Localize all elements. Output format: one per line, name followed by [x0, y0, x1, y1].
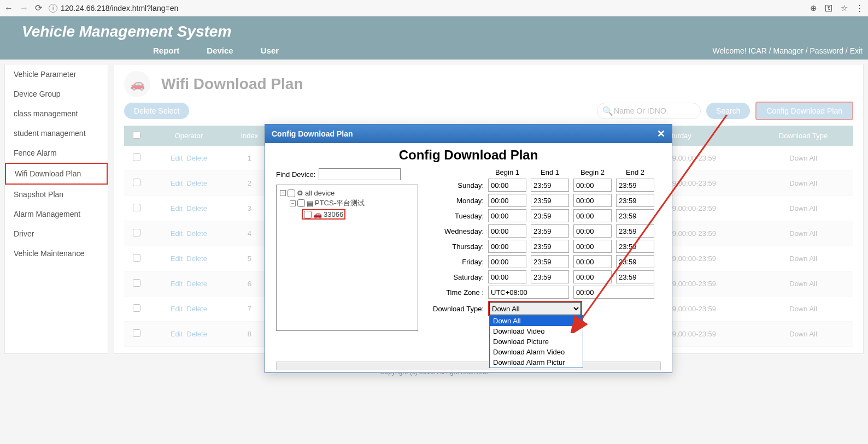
end2-input[interactable]: [616, 255, 654, 268]
begin1-input[interactable]: [488, 255, 526, 268]
begin2-input[interactable]: [573, 209, 612, 222]
row-checkbox[interactable]: [133, 153, 140, 161]
delete-link[interactable]: Delete: [186, 154, 207, 162]
begin2-input[interactable]: [573, 179, 612, 192]
address-bar[interactable]: i 120.24.66.218/index.html?lang=en: [49, 4, 804, 13]
edit-link[interactable]: Edit: [171, 280, 183, 288]
tree-checkbox[interactable]: [288, 190, 295, 197]
begin1-input[interactable]: [488, 240, 526, 253]
menu-icon[interactable]: ⋮: [855, 3, 864, 13]
edit-link[interactable]: Edit: [171, 154, 183, 162]
begin2-input[interactable]: [573, 194, 612, 207]
end2-input[interactable]: [616, 179, 654, 192]
edit-link[interactable]: Edit: [171, 305, 183, 313]
tree-checkbox[interactable]: [297, 199, 305, 207]
nav-report[interactable]: Report: [153, 46, 179, 55]
delete-link[interactable]: Delete: [186, 204, 207, 212]
row-checkbox[interactable]: [133, 329, 140, 337]
nav-device[interactable]: Device: [207, 46, 233, 55]
begin1-input[interactable]: [488, 224, 526, 238]
end1-input[interactable]: [531, 179, 569, 192]
end1-input[interactable]: [531, 194, 569, 207]
sidebar-item-student-management[interactable]: student management: [5, 123, 108, 143]
end2-input[interactable]: [616, 209, 654, 222]
dropdown-option[interactable]: Download Video: [490, 326, 583, 336]
user-name[interactable]: ICAR: [748, 46, 766, 55]
end2-input[interactable]: [616, 270, 654, 283]
dropdown-option[interactable]: Down All: [490, 316, 583, 326]
back-button[interactable]: ←: [4, 3, 13, 13]
password-link[interactable]: Password: [810, 46, 843, 55]
row-checkbox[interactable]: [133, 229, 140, 236]
dropdown-option[interactable]: Download Alarm Pictur: [490, 357, 583, 368]
sidebar-item-vehicle-parameter[interactable]: Vehicle Parameter: [5, 64, 108, 84]
collapse-icon[interactable]: −: [290, 200, 296, 206]
zoom-icon[interactable]: ⊕: [810, 3, 817, 13]
forward-button[interactable]: →: [20, 3, 28, 13]
row-checkbox[interactable]: [133, 279, 140, 287]
edit-link[interactable]: Edit: [171, 330, 183, 338]
edit-link[interactable]: Edit: [171, 204, 183, 212]
sidebar-item-vehicle-maintenance[interactable]: Vehicle Maintenance: [5, 244, 108, 263]
end1-input[interactable]: [531, 224, 569, 238]
begin1-input[interactable]: [488, 270, 526, 283]
begin2-input[interactable]: [573, 270, 612, 283]
edit-link[interactable]: Edit: [171, 179, 183, 187]
key-icon[interactable]: ⚿: [825, 3, 833, 13]
horizontal-scrollbar[interactable]: [276, 362, 661, 370]
begin2-input[interactable]: [573, 240, 612, 253]
reload-button[interactable]: ⟳: [35, 3, 42, 13]
timezone-input[interactable]: [488, 286, 569, 299]
end1-input[interactable]: [531, 240, 569, 253]
end1-input[interactable]: [531, 270, 569, 283]
close-icon[interactable]: ✕: [657, 128, 665, 140]
config-download-plan-button[interactable]: Config Download Plan: [755, 102, 853, 120]
sidebar-item-alarm-management[interactable]: Alarm Management: [5, 204, 108, 224]
sidebar-item-class-management[interactable]: class management: [5, 104, 108, 123]
timezone-offset-input[interactable]: [573, 286, 654, 299]
dropdown-option[interactable]: Download Picture: [490, 336, 583, 347]
nav-user[interactable]: User: [261, 46, 279, 55]
end1-input[interactable]: [531, 209, 569, 222]
user-role[interactable]: Manager: [773, 46, 804, 55]
tree-checkbox[interactable]: [304, 211, 312, 218]
delete-select-button[interactable]: Delete Select: [124, 103, 189, 119]
tree-leaf[interactable]: 33066: [324, 210, 343, 218]
end1-input[interactable]: [531, 255, 569, 268]
sidebar-item-device-group[interactable]: Device Group: [5, 84, 108, 104]
star-icon[interactable]: ☆: [841, 3, 848, 13]
delete-link[interactable]: Delete: [186, 280, 207, 288]
sidebar-item-driver[interactable]: Driver: [5, 224, 108, 244]
select-all-checkbox[interactable]: [133, 131, 140, 139]
begin1-input[interactable]: [488, 179, 526, 192]
delete-link[interactable]: Delete: [186, 179, 207, 187]
sidebar-item-snapshot-plan[interactable]: Snapshot Plan: [5, 185, 108, 204]
tree-root[interactable]: all device: [305, 189, 335, 197]
tree-group[interactable]: PTCS-平台测试: [315, 198, 365, 208]
find-device-input[interactable]: [319, 168, 401, 180]
begin1-input[interactable]: [488, 209, 526, 222]
delete-link[interactable]: Delete: [186, 330, 207, 338]
delete-link[interactable]: Delete: [186, 229, 207, 238]
begin1-input[interactable]: [488, 194, 526, 207]
row-checkbox[interactable]: [133, 304, 140, 312]
collapse-icon[interactable]: −: [280, 190, 286, 196]
begin2-input[interactable]: [573, 255, 612, 268]
row-checkbox[interactable]: [133, 204, 140, 211]
sidebar-item-wifi-download-plan[interactable]: Wifi Download Plan: [5, 163, 108, 185]
delete-link[interactable]: Delete: [186, 254, 207, 263]
end2-input[interactable]: [616, 194, 654, 207]
sidebar-item-fence-alarm[interactable]: Fence Alarm: [5, 143, 108, 163]
end2-input[interactable]: [616, 224, 654, 238]
dropdown-option[interactable]: Download Alarm Video: [490, 347, 583, 357]
download-type-select[interactable]: Down All: [489, 302, 581, 315]
edit-link[interactable]: Edit: [171, 254, 183, 263]
device-tree[interactable]: − ⚙ all device − ▤ PTCS-平台测试 🚗33066: [276, 185, 418, 331]
begin2-input[interactable]: [573, 224, 612, 238]
row-checkbox[interactable]: [133, 254, 140, 262]
end2-input[interactable]: [616, 240, 654, 253]
delete-link[interactable]: Delete: [186, 305, 207, 313]
edit-link[interactable]: Edit: [171, 229, 183, 238]
row-checkbox[interactable]: [133, 179, 140, 186]
search-button[interactable]: Search: [706, 103, 750, 119]
